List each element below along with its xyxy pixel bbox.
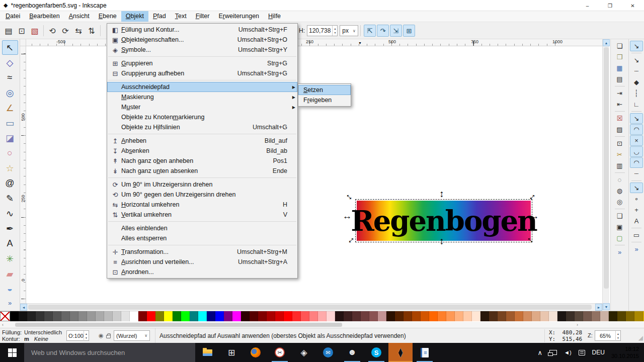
palette-swatch[interactable]	[309, 311, 318, 321]
select-all-layers-button[interactable]: ⊡	[15, 24, 28, 37]
zoom-selection-button[interactable]: ◌	[613, 174, 626, 185]
start-button[interactable]	[0, 343, 24, 362]
palette-swatch[interactable]	[455, 311, 463, 321]
tool-ellipse[interactable]: ○	[2, 146, 18, 160]
palette-swatch[interactable]	[27, 311, 36, 321]
taskbar-search[interactable]: Web und Windows durchsuchen	[24, 343, 195, 362]
taskbar-app-libreoffice-writer[interactable]: ≡	[413, 343, 437, 362]
rotate-cw-button[interactable]: ⟳	[59, 24, 72, 37]
minimize-button[interactable]: –	[576, 0, 599, 11]
selection-handle-ew[interactable]: ↔	[342, 211, 352, 221]
palette-swatch[interactable]	[78, 311, 87, 321]
layer-visibility-icon[interactable]: ◉	[99, 332, 104, 339]
palette-swatch[interactable]	[557, 311, 566, 321]
height-spinner[interactable]: ▲ ▼	[332, 26, 337, 36]
vertical-scroll-thumb[interactable]	[604, 47, 609, 289]
taskbar-app-explorer[interactable]	[195, 343, 219, 362]
palette-swatch[interactable]	[241, 311, 250, 321]
palette-swatch[interactable]	[275, 311, 284, 321]
menu-item-gruppierung-aufheben[interactable]: ⊟ Gruppierung aufheben Umschalt+Strg+G	[107, 68, 297, 78]
palette-swatch[interactable]	[412, 311, 421, 321]
height-input[interactable]: 120,738 ▲ ▼	[307, 25, 338, 36]
palette-swatch[interactable]	[515, 311, 523, 321]
menu-item-symbole[interactable]: ◈ Symbole... Umschalt+Strg+Y	[107, 45, 297, 55]
palette-swatch[interactable]	[267, 311, 275, 321]
palette-swatch[interactable]	[164, 311, 173, 321]
taskbar-app-viewer[interactable]: ◈	[292, 343, 316, 362]
palette-swatch[interactable]	[540, 311, 549, 321]
palette-swatch[interactable]	[173, 311, 181, 321]
document-save-button[interactable]: ▦	[613, 63, 626, 73]
opacity-input[interactable]: O:100 ▲ ▼	[66, 330, 89, 341]
spin-down-icon[interactable]: ▼	[84, 336, 89, 340]
taskbar-app-skype[interactable]: S	[364, 343, 388, 362]
palette-swatch[interactable]	[335, 311, 344, 321]
menu-item-anordnen[interactable]: ⊡ Anordnen...	[107, 267, 297, 277]
snap-page-border-button[interactable]: ▭	[630, 230, 643, 240]
menu-item-absenken[interactable]: ↧ Absenken Bild_ab	[107, 146, 297, 156]
snap-overflow-button[interactable]: »	[630, 244, 643, 254]
resize-grip[interactable]: ◢	[638, 334, 643, 341]
palette-swatch[interactable]	[626, 311, 634, 321]
tool-spiral[interactable]: @	[2, 176, 18, 191]
palette-swatch[interactable]	[404, 311, 412, 321]
snap-rotation-centers-button[interactable]: +	[630, 205, 643, 215]
palette-swatch[interactable]	[224, 311, 232, 321]
tool-bucket[interactable]: ◒	[2, 282, 18, 296]
palette-swatch[interactable]	[344, 311, 352, 321]
palette-swatch[interactable]	[61, 311, 70, 321]
network-icon[interactable]	[546, 350, 560, 355]
menubar-item-erweiterungen[interactable]: Erweiterungen	[214, 11, 264, 22]
duplicate-button[interactable]: ❑	[613, 211, 626, 221]
palette-swatch[interactable]	[96, 311, 104, 321]
palette-swatch[interactable]	[44, 311, 53, 321]
scroll-down-icon[interactable]: ▼	[603, 303, 610, 310]
palette-swatch[interactable]	[506, 311, 515, 321]
menubar-item-datei[interactable]: Datei	[1, 11, 25, 22]
palette-swatch[interactable]	[155, 311, 164, 321]
flip-vertical-button[interactable]: ⇅	[85, 24, 98, 37]
palette-swatch[interactable]	[549, 311, 557, 321]
zoom-spinner[interactable]: ▲ ▼	[615, 331, 620, 341]
document-open-button[interactable]: ❒	[613, 52, 626, 62]
snap-text-baselines-button[interactable]: A	[630, 216, 643, 226]
selection-handle-ns[interactable]: ↕	[437, 189, 447, 199]
palette-swatch[interactable]	[181, 311, 190, 321]
palette-swatch[interactable]	[70, 311, 78, 321]
snap-paths-button[interactable]: ◠	[630, 124, 643, 135]
palette-swatch[interactable]	[36, 311, 44, 321]
zoom-drawing-button[interactable]: ◍	[613, 186, 626, 196]
palette-swatch[interactable]	[301, 311, 309, 321]
palette-swatch[interactable]	[463, 311, 472, 321]
rotate-ccw-button[interactable]: ⟲	[46, 24, 59, 37]
palette-swatch[interactable]	[318, 311, 327, 321]
language-indicator[interactable]: DEU	[589, 349, 608, 356]
palette-swatch[interactable]	[215, 311, 224, 321]
palette-swatch[interactable]	[361, 311, 369, 321]
palette-scroll-right-icon[interactable]: ›	[577, 322, 578, 328]
taskbar-app-inkscape[interactable]: ⧫	[388, 343, 413, 362]
palette-swatch[interactable]	[292, 311, 301, 321]
spin-down-icon[interactable]: ▼	[333, 31, 337, 35]
tool-node-editor[interactable]: ◇	[2, 55, 18, 70]
copy-button[interactable]: ⊡	[613, 138, 626, 149]
snap-bbox-edge-midpoints-button[interactable]: ┆	[630, 88, 643, 99]
stroke-value[interactable]: Keine	[34, 336, 48, 342]
paste-button[interactable]: ▥	[613, 160, 626, 171]
deselect-button[interactable]: ▧	[28, 24, 41, 37]
tool-star[interactable]: ☆	[2, 161, 18, 175]
tool-selector[interactable]: ↖	[2, 40, 18, 55]
pattern-swatch-button[interactable]: ▨	[613, 124, 626, 135]
submenu-item-freigeben[interactable]: Freigeben	[298, 95, 351, 105]
palette-swatch[interactable]	[446, 311, 455, 321]
menu-item-anheben[interactable]: ↥ Anheben Bild_auf	[107, 136, 297, 146]
taskbar-app-store[interactable]: ⊞	[219, 343, 244, 362]
scale-corners-toggle[interactable]: ↷	[377, 25, 389, 37]
submenu-item-setzen[interactable]: Setzen	[298, 85, 351, 95]
palette-swatch[interactable]	[489, 311, 498, 321]
flip-horizontal-button[interactable]: ⇆	[72, 24, 85, 37]
tool-eraser[interactable]: ▰	[2, 266, 18, 281]
palette-scrollbar[interactable]: ‹ ›	[0, 322, 644, 328]
palette-swatch[interactable]	[250, 311, 258, 321]
fill-value[interactable]: Unterschiedlich	[24, 329, 62, 336]
